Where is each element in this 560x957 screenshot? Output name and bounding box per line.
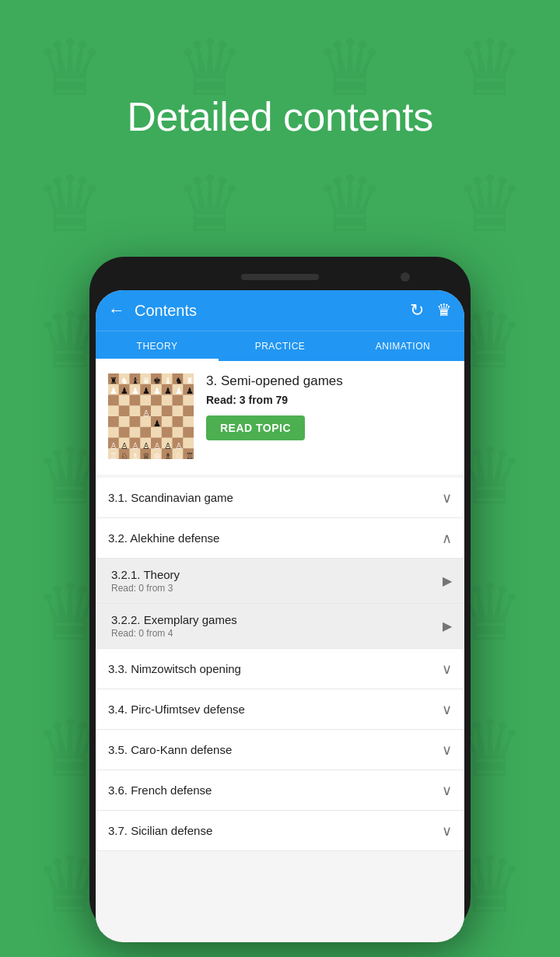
svg-text:♔: ♔ [153, 451, 161, 459]
tab-animation[interactable]: ANIMATION [341, 331, 464, 361]
chevron-down-icon-3-6: ∨ [442, 782, 452, 799]
svg-rect-9 [108, 395, 119, 406]
sub-item-content-3-2-2: 3.2.2. Exemplary games Read: 0 from 4 [111, 613, 443, 639]
list-section: 3.1. Scandinavian game ∨ 3.2. Alekhine d… [96, 478, 464, 851]
read-topic-button[interactable]: READ TOPIC [206, 415, 305, 440]
svg-rect-11 [151, 395, 162, 406]
phone-top-bar [96, 263, 464, 290]
list-item-3-2[interactable]: 3.2. Alekhine defense ∧ [96, 518, 464, 559]
list-item-label-3-6: 3.6. French defense [108, 783, 442, 797]
list-item-label-3-3: 3.3. Nimzowitsch opening [108, 662, 442, 675]
list-item-label-3-1: 3.1. Scandinavian game [108, 491, 442, 504]
list-item-3-1[interactable]: 3.1. Scandinavian game ∨ [96, 478, 464, 518]
phone-camera [401, 272, 410, 282]
svg-text:♖: ♖ [110, 451, 117, 459]
page-heading: Detailed contents [0, 93, 560, 140]
sub-item-read-3-2-2: Read: 0 from 4 [111, 628, 443, 639]
phone-screen: ← Contents ↻ ♛ THEORY PRACTICE ANIMATION [96, 290, 464, 942]
svg-text:♟: ♟ [110, 386, 117, 395]
tab-theory[interactable]: THEORY [96, 331, 219, 361]
svg-text:♞: ♞ [121, 376, 128, 385]
topic-read-count: Read: 3 from 79 [206, 394, 452, 406]
list-item-3-3[interactable]: 3.3. Nimzowitsch opening ∨ [96, 649, 464, 689]
app-bar-title: Contents [135, 302, 401, 320]
svg-text:♖: ♖ [186, 451, 194, 459]
list-item-label-3-4: 3.4. Pirc-Ufimtsev defense [108, 703, 442, 716]
svg-rect-20 [173, 416, 184, 427]
svg-text:♟: ♟ [186, 386, 194, 395]
svg-text:♗: ♗ [164, 451, 172, 459]
chevron-down-icon-3-4: ∨ [442, 701, 452, 718]
svg-rect-24 [183, 427, 194, 438]
chevron-down-icon-3-7: ∨ [442, 822, 452, 840]
svg-text:♙: ♙ [131, 441, 139, 450]
svg-text:♙: ♙ [110, 441, 117, 450]
list-item-3-6[interactable]: 3.6. French defense ∨ [96, 770, 464, 811]
svg-text:♞: ♞ [175, 376, 183, 385]
list-item-3-2-1[interactable]: 3.2.1. Theory Read: 0 from 3 ▶ [96, 559, 464, 604]
svg-text:♙: ♙ [164, 441, 172, 450]
refresh-icon[interactable]: ↻ [410, 300, 424, 321]
list-item-label-3-5: 3.5. Caro-Kann defense [108, 743, 442, 756]
svg-rect-13 [119, 405, 130, 416]
svg-text:♟: ♟ [142, 386, 150, 395]
arrow-right-icon-3-2-2: ▶ [443, 619, 452, 633]
svg-text:♛: ♛ [142, 376, 150, 385]
svg-text:♜: ♜ [110, 376, 117, 385]
svg-text:♙: ♙ [142, 408, 150, 418]
svg-text:♟: ♟ [153, 386, 161, 395]
svg-text:♟: ♟ [131, 386, 139, 395]
user-icon[interactable]: ♛ [436, 300, 452, 321]
svg-text:♕: ♕ [142, 451, 150, 459]
svg-text:♙: ♙ [142, 441, 150, 450]
sub-item-title-3-2-2: 3.2.2. Exemplary games [111, 613, 443, 626]
svg-text:♚: ♚ [153, 376, 161, 385]
svg-rect-12 [173, 395, 184, 406]
list-item-3-5[interactable]: 3.5. Caro-Kann defense ∨ [96, 730, 464, 770]
topic-info: 3. Semi-opened games Read: 3 from 79 REA… [206, 373, 452, 440]
content-area: ♜ ♞ ♝ ♛ ♚ ♝ ♞ ♜ ♟ ♟ ♟ ♟ ♟ ♟ [96, 361, 464, 932]
svg-text:♙: ♙ [175, 441, 183, 450]
sub-item-content-3-2-1: 3.2.1. Theory Read: 0 from 3 [111, 568, 443, 594]
phone-frame: ← Contents ↻ ♛ THEORY PRACTICE ANIMATION [89, 257, 471, 934]
svg-text:♟: ♟ [175, 386, 183, 395]
phone-speaker [241, 274, 319, 280]
svg-rect-17 [108, 416, 119, 427]
chevron-down-icon-3-3: ∨ [442, 661, 452, 678]
svg-text:♝: ♝ [164, 376, 172, 385]
topic-title: 3. Semi-opened games [206, 373, 452, 389]
svg-rect-16 [183, 405, 194, 416]
svg-text:♜: ♜ [186, 376, 194, 385]
svg-text:♗: ♗ [131, 451, 139, 459]
chevron-up-icon-3-2: ∧ [442, 530, 452, 547]
app-bar: ← Contents ↻ ♛ [96, 290, 464, 331]
chess-board-thumbnail: ♜ ♞ ♝ ♛ ♚ ♝ ♞ ♜ ♟ ♟ ♟ ♟ ♟ ♟ [108, 373, 194, 462]
svg-text:♟: ♟ [164, 386, 172, 395]
chevron-down-icon-3-1: ∨ [442, 489, 452, 507]
svg-rect-22 [140, 427, 151, 438]
topic-header: ♜ ♞ ♝ ♛ ♚ ♝ ♞ ♜ ♟ ♟ ♟ ♟ ♟ ♟ [96, 361, 464, 475]
list-item-3-4[interactable]: 3.4. Pirc-Ufimtsev defense ∨ [96, 689, 464, 730]
sub-item-title-3-2-1: 3.2.1. Theory [111, 568, 443, 581]
svg-rect-21 [119, 427, 130, 438]
svg-text:♟: ♟ [153, 419, 161, 428]
arrow-right-icon-3-2-1: ▶ [443, 573, 452, 588]
chevron-down-icon-3-5: ∨ [442, 741, 452, 759]
sub-item-read-3-2-1: Read: 0 from 3 [111, 583, 443, 594]
tab-practice[interactable]: PRACTICE [219, 331, 341, 361]
svg-text:♘: ♘ [175, 451, 183, 459]
list-item-3-2-2[interactable]: 3.2.2. Exemplary games Read: 0 from 4 ▶ [96, 604, 464, 649]
svg-text:♙: ♙ [121, 441, 128, 450]
svg-text:♙: ♙ [153, 441, 161, 450]
svg-rect-10 [130, 395, 141, 406]
svg-text:♝: ♝ [131, 376, 139, 385]
app-bar-actions: ↻ ♛ [410, 300, 452, 321]
tab-bar: THEORY PRACTICE ANIMATION [96, 331, 464, 361]
svg-rect-23 [162, 427, 173, 438]
svg-rect-15 [162, 405, 173, 416]
list-item-3-7[interactable]: 3.7. Sicilian defense ∨ [96, 811, 464, 851]
svg-text:♘: ♘ [121, 451, 128, 459]
svg-rect-18 [130, 416, 141, 427]
back-button[interactable]: ← [108, 300, 125, 321]
svg-text:♟: ♟ [121, 386, 128, 395]
